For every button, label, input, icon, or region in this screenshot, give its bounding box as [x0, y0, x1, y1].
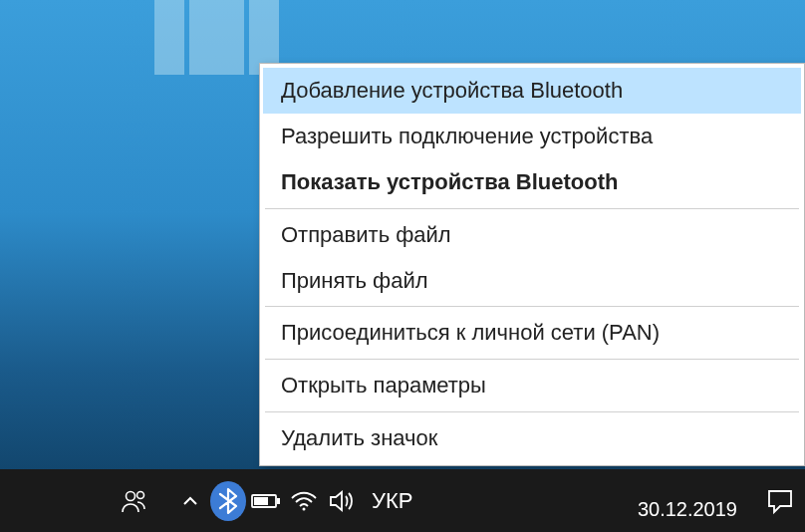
people-icon[interactable]	[117, 469, 152, 532]
language-indicator[interactable]: УКР	[362, 488, 422, 514]
taskbar-date: 30.12.2019	[638, 497, 737, 521]
svg-point-5	[303, 507, 306, 510]
menu-item-remove-icon[interactable]: Удалить значок	[263, 415, 801, 461]
taskbar: УКР 30.12.2019	[0, 469, 805, 532]
bluetooth-tray-icon[interactable]	[210, 469, 246, 532]
menu-item-allow-connection[interactable]: Разрешить подключение устройства	[263, 114, 801, 159]
menu-item-add-bluetooth-device[interactable]: Добавление устройства Bluetooth	[263, 68, 801, 114]
background-stripe	[154, 0, 184, 75]
svg-point-1	[137, 491, 144, 498]
menu-item-receive-file[interactable]: Принять файл	[263, 258, 801, 304]
battery-icon[interactable]	[248, 469, 284, 532]
menu-item-join-pan[interactable]: Присоединиться к личной сети (PAN)	[263, 310, 801, 356]
menu-separator	[265, 359, 799, 360]
bluetooth-context-menu: Добавление устройства Bluetooth Разрешит…	[259, 63, 805, 466]
notifications-icon[interactable]	[755, 469, 805, 532]
speaker-icon[interactable]	[324, 469, 360, 532]
svg-rect-3	[277, 498, 280, 504]
background-stripe	[189, 0, 244, 75]
menu-item-send-file[interactable]: Отправить файл	[263, 212, 801, 258]
menu-separator	[265, 411, 799, 412]
menu-item-open-settings[interactable]: Открыть параметры	[263, 363, 801, 408]
menu-item-show-bluetooth-devices[interactable]: Показать устройства Bluetooth	[263, 159, 801, 205]
taskbar-clock[interactable]: 30.12.2019	[622, 497, 753, 521]
svg-point-0	[127, 491, 135, 500]
svg-rect-4	[254, 497, 268, 505]
wifi-icon[interactable]	[286, 469, 322, 532]
menu-separator	[265, 208, 799, 209]
menu-separator	[265, 306, 799, 307]
chevron-up-icon[interactable]	[172, 469, 208, 532]
